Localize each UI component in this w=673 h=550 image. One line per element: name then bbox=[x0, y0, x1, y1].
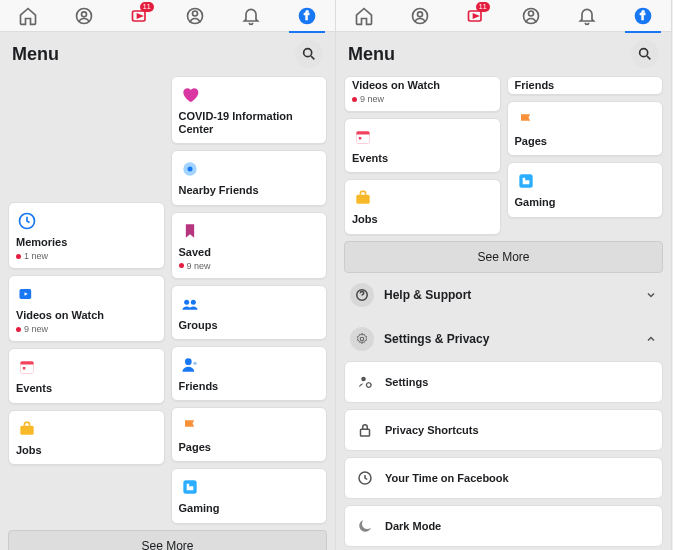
card-sub: 9 new bbox=[179, 261, 320, 271]
card-sub: 9 new bbox=[16, 324, 157, 334]
see-more-button[interactable]: See More bbox=[8, 530, 327, 551]
row-label: Help & Support bbox=[384, 288, 471, 302]
heart-icon bbox=[179, 84, 201, 106]
card-sub: 1 new bbox=[16, 251, 157, 261]
card-videos-on-watch[interactable]: Videos on Watch9 new bbox=[8, 275, 165, 342]
svg-rect-38 bbox=[361, 429, 370, 436]
card-label: Pages bbox=[179, 441, 320, 454]
item-label: Settings bbox=[385, 376, 428, 388]
page-title: Menu bbox=[12, 44, 59, 65]
groups-icon[interactable] bbox=[408, 4, 432, 28]
card-label: Jobs bbox=[16, 444, 157, 457]
card-friends[interactable]: Friends bbox=[171, 346, 328, 401]
card-events[interactable]: Events bbox=[8, 348, 165, 403]
search-button[interactable] bbox=[295, 40, 323, 68]
watch-icon[interactable]: 11 bbox=[464, 4, 488, 28]
svg-rect-12 bbox=[20, 425, 33, 434]
home-icon[interactable] bbox=[352, 4, 376, 28]
card-label: Gaming bbox=[515, 196, 656, 209]
video-icon bbox=[16, 283, 38, 305]
svg-point-6 bbox=[304, 49, 312, 57]
svg-point-17 bbox=[185, 358, 192, 365]
card-label: Saved bbox=[179, 246, 320, 259]
settings-item-settings[interactable]: Settings bbox=[344, 361, 663, 403]
gaming-icon bbox=[515, 170, 537, 192]
watch-badge: 11 bbox=[476, 2, 490, 12]
card-videos-on-watch[interactable]: Videos on Watch9 new bbox=[344, 76, 501, 112]
phone-right: 11 Menu Videos on Watch9 new Events Jobs… bbox=[336, 0, 672, 550]
menu-icon[interactable] bbox=[295, 4, 319, 28]
card-sub: 9 new bbox=[352, 94, 493, 104]
see-more-button[interactable]: See More bbox=[344, 241, 663, 273]
svg-rect-11 bbox=[23, 367, 25, 370]
top-nav: 11 bbox=[0, 0, 335, 32]
gaming-icon bbox=[179, 476, 201, 498]
card-covid-info[interactable]: COVID-19 Information Center bbox=[171, 76, 328, 144]
card-groups[interactable]: Groups bbox=[171, 285, 328, 340]
clock-icon bbox=[355, 468, 375, 488]
card-nearby-friends[interactable]: Nearby Friends bbox=[171, 150, 328, 205]
card-label: Friends bbox=[515, 79, 656, 92]
card-label: Jobs bbox=[352, 213, 493, 226]
card-label: COVID-19 Information Center bbox=[179, 110, 320, 136]
card-pages[interactable]: Pages bbox=[507, 101, 664, 156]
groups-icon bbox=[179, 293, 201, 315]
item-label: Your Time on Facebook bbox=[385, 472, 509, 484]
card-label: Pages bbox=[515, 135, 656, 148]
card-jobs[interactable]: Jobs bbox=[8, 410, 165, 465]
svg-point-23 bbox=[417, 11, 422, 16]
svg-point-15 bbox=[184, 300, 189, 305]
shortcut-grid: Memories1 new Videos on Watch9 new Event… bbox=[8, 76, 327, 524]
col-b: Friends Pages Gaming bbox=[507, 76, 664, 235]
card-gaming[interactable]: Gaming bbox=[507, 162, 664, 217]
card-saved[interactable]: Saved9 new bbox=[171, 212, 328, 279]
svg-point-16 bbox=[190, 300, 195, 305]
svg-point-14 bbox=[187, 167, 192, 172]
card-events[interactable]: Events bbox=[344, 118, 501, 173]
home-icon[interactable] bbox=[16, 4, 40, 28]
card-label: Nearby Friends bbox=[179, 184, 320, 197]
svg-rect-10 bbox=[20, 365, 33, 374]
bookmark-icon bbox=[179, 220, 201, 242]
content-scroll[interactable]: Memories1 new Videos on Watch9 new Event… bbox=[0, 76, 335, 550]
settings-item-your-time[interactable]: Your Time on Facebook bbox=[344, 457, 663, 499]
briefcase-icon bbox=[352, 187, 374, 209]
card-friends-cut[interactable]: Friends bbox=[507, 76, 664, 95]
settings-item-privacy-shortcuts[interactable]: Privacy Shortcuts bbox=[344, 409, 663, 451]
card-label: Memories bbox=[16, 236, 157, 249]
watch-icon[interactable]: 11 bbox=[128, 4, 152, 28]
pin-icon bbox=[179, 158, 201, 180]
chevron-down-icon bbox=[645, 289, 657, 301]
card-pages[interactable]: Pages bbox=[171, 407, 328, 462]
help-support-row[interactable]: Help & Support bbox=[344, 273, 663, 317]
gear-icon bbox=[350, 327, 374, 351]
notifications-icon[interactable] bbox=[575, 4, 599, 28]
profile-icon[interactable] bbox=[519, 4, 543, 28]
col-a: Memories1 new Videos on Watch9 new Event… bbox=[8, 76, 165, 524]
svg-point-37 bbox=[367, 382, 372, 387]
content-scroll[interactable]: Videos on Watch9 new Events Jobs Friends… bbox=[336, 76, 671, 550]
col-a: Videos on Watch9 new Events Jobs bbox=[344, 76, 501, 235]
page-header: Menu bbox=[336, 32, 671, 76]
svg-rect-31 bbox=[359, 137, 362, 140]
settings-privacy-row[interactable]: Settings & Privacy bbox=[344, 317, 663, 361]
calendar-icon bbox=[16, 356, 38, 378]
page-title: Menu bbox=[348, 44, 395, 65]
card-memories[interactable]: Memories1 new bbox=[8, 202, 165, 269]
card-jobs[interactable]: Jobs bbox=[344, 179, 501, 234]
flag-icon bbox=[515, 109, 537, 131]
item-label: Privacy Shortcuts bbox=[385, 424, 479, 436]
page-header: Menu bbox=[0, 32, 335, 76]
settings-item-dark-mode[interactable]: Dark Mode bbox=[344, 505, 663, 547]
briefcase-icon bbox=[16, 418, 38, 440]
moon-icon bbox=[355, 516, 375, 536]
card-gaming[interactable]: Gaming bbox=[171, 468, 328, 523]
notifications-icon[interactable] bbox=[239, 4, 263, 28]
card-label: Events bbox=[352, 152, 493, 165]
search-button[interactable] bbox=[631, 40, 659, 68]
groups-icon[interactable] bbox=[72, 4, 96, 28]
svg-point-26 bbox=[529, 11, 534, 16]
gear-person-icon bbox=[355, 372, 375, 392]
menu-icon[interactable] bbox=[631, 4, 655, 28]
profile-icon[interactable] bbox=[183, 4, 207, 28]
